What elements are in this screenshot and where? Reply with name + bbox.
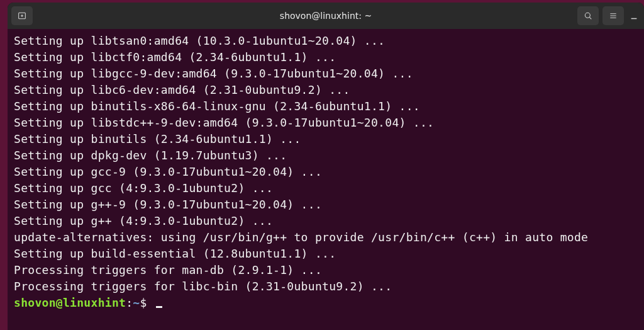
window-title: shovon@linuxhint: ~ [280,11,372,21]
prompt-line: shovon@linuxhint:~$ [14,295,638,311]
prompt-colon: : [126,296,133,309]
prompt-dollar: $ [140,296,147,309]
terminal-window: shovon@linuxhint: ~ [8,3,644,330]
hamburger-icon [608,11,618,21]
minimize-icon [630,12,638,21]
svg-point-3 [585,13,590,18]
titlebar-right [577,6,640,25]
new-tab-icon [17,11,27,21]
terminal-line: Setting up libtsan0:amd64 (10.3.0-1ubunt… [14,33,638,49]
terminal-line: Setting up gcc-9 (9.3.0-17ubuntu1~20.04)… [14,164,638,180]
terminal-line: Setting up binutils-x86-64-linux-gnu (2.… [14,98,638,115]
terminal-line: Setting up g++-9 (9.3.0-17ubuntu1~20.04)… [14,196,638,213]
search-icon [583,11,593,21]
prompt-user-host: shovon@linuxhint [14,296,126,309]
terminal-line: Setting up libstdc++-9-dev:amd64 (9.3.0-… [14,115,638,131]
terminal-line: Setting up gcc (4:9.3.0-1ubuntu2) ... [14,180,638,196]
prompt-path: ~ [133,296,140,309]
terminal-line: Setting up build-essential (12.8ubuntu1.… [14,246,638,262]
terminal-line: Setting up dpkg-dev (1.19.7ubuntu3) ... [14,147,638,164]
minimize-button[interactable] [628,9,640,22]
svg-line-4 [589,17,591,19]
search-button[interactable] [577,6,599,25]
terminal-line: Setting up libc6-dev:amd64 (2.31-0ubuntu… [14,82,638,98]
menu-button[interactable] [602,6,624,25]
new-tab-button[interactable] [11,6,33,25]
terminal-body[interactable]: Setting up libtsan0:amd64 (10.3.0-1ubunt… [8,29,644,330]
terminal-line: Setting up g++ (4:9.3.0-1ubuntu2) ... [14,213,638,229]
terminal-line: Setting up libctf0:amd64 (2.34-6ubuntu1.… [14,49,638,65]
titlebar-left [11,6,33,25]
terminal-line: Processing triggers for man-db (2.9.1-1)… [14,262,638,278]
terminal-line: Setting up libgcc-9-dev:amd64 (9.3.0-17u… [14,65,638,82]
terminal-line: update-alternatives: using /usr/bin/g++ … [14,229,638,246]
terminal-line: Processing triggers for libc-bin (2.31-0… [14,278,638,295]
cursor [156,306,162,308]
titlebar: shovon@linuxhint: ~ [8,3,644,29]
terminal-line: Setting up binutils (2.34-6ubuntu1.1) ..… [14,131,638,147]
